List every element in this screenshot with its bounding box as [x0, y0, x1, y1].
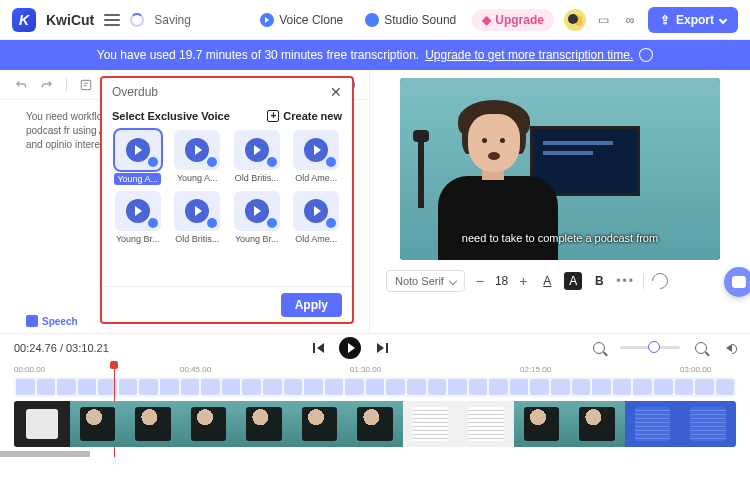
voice-name-label: Old Britis... — [175, 234, 219, 244]
ruler-tick: 00:00.00 — [14, 365, 45, 374]
speech-icon — [26, 315, 38, 327]
font-size-value: 18 — [495, 274, 508, 288]
video-clip[interactable] — [125, 401, 181, 447]
user-avatar[interactable] — [564, 9, 586, 31]
video-clip[interactable] — [625, 401, 681, 447]
current-time: 00:24.76 — [14, 342, 57, 354]
voice-option[interactable]: Old Ame... — [291, 191, 343, 244]
voice-option[interactable]: Old Britis... — [172, 191, 224, 244]
video-clip[interactable] — [514, 401, 570, 447]
voice-clone-button[interactable]: Voice Clone — [254, 9, 349, 31]
speech-tag-label: Speech — [42, 316, 78, 327]
export-icon: ⇪ — [660, 13, 670, 27]
font-size-increase[interactable]: + — [516, 273, 530, 289]
video-clip[interactable] — [14, 401, 70, 447]
voice-thumb — [234, 191, 280, 231]
script-view-icon[interactable] — [79, 78, 93, 92]
chat-help-icon[interactable] — [724, 267, 750, 297]
voice-option[interactable]: Old Ame... — [291, 130, 343, 185]
play-preview-icon — [304, 138, 328, 162]
banner-upgrade-link[interactable]: Upgrade to get more transcription time. — [425, 48, 633, 62]
video-caption: need to take to complete a podcast from — [400, 232, 720, 244]
play-button[interactable] — [339, 337, 361, 359]
saving-spinner-icon — [130, 13, 144, 27]
create-new-voice-button[interactable]: + Create new — [267, 110, 342, 122]
diamond-icon: ◆ — [482, 13, 491, 27]
play-preview-icon — [185, 199, 209, 223]
upgrade-button[interactable]: ◆ Upgrade — [472, 9, 554, 31]
chevron-down-icon — [449, 277, 457, 285]
more-text-options-icon[interactable]: ••• — [616, 274, 635, 288]
zoom-in-icon[interactable] — [694, 341, 708, 355]
video-clip[interactable] — [181, 401, 237, 447]
voice-option[interactable]: Young Br... — [231, 191, 283, 244]
play-preview-icon — [185, 138, 209, 162]
chevron-down-icon — [719, 15, 727, 23]
ruler-tick: 02:15.00 — [520, 365, 551, 374]
video-preview[interactable]: need to take to complete a podcast from — [400, 78, 720, 260]
video-clip[interactable] — [292, 401, 348, 447]
scrollbar[interactable] — [0, 451, 90, 457]
close-icon[interactable]: ✕ — [330, 84, 342, 100]
zoom-out-icon[interactable] — [592, 341, 606, 355]
play-preview-icon — [304, 199, 328, 223]
apply-label: Apply — [295, 298, 328, 312]
time-display: 00:24.76 / 03:10.21 — [14, 342, 109, 354]
export-label: Export — [676, 13, 714, 27]
text-highlight-icon[interactable]: A — [564, 272, 582, 290]
voice-name-label: Young Br... — [235, 234, 279, 244]
brand-name: KwiCut — [46, 12, 94, 28]
zoom-slider[interactable] — [620, 346, 680, 349]
font-family-select[interactable]: Noto Serif — [386, 270, 465, 292]
saving-status: Saving — [154, 13, 191, 27]
voice-option[interactable]: Young A... — [172, 130, 224, 185]
voice-thumb — [234, 130, 280, 170]
video-clip[interactable] — [458, 401, 514, 447]
video-clip[interactable] — [680, 401, 736, 447]
video-clip[interactable] — [403, 401, 459, 447]
volume-icon[interactable] — [722, 341, 736, 355]
shield-icon — [639, 48, 653, 62]
video-clip[interactable] — [347, 401, 403, 447]
font-family-value: Noto Serif — [395, 275, 444, 287]
voice-option[interactable]: Young Br... — [112, 191, 164, 244]
previous-button[interactable] — [311, 341, 325, 355]
video-clip[interactable] — [569, 401, 625, 447]
ruler-tick: 03:00.00 — [680, 365, 711, 374]
play-preview-icon — [245, 138, 269, 162]
feedback-icon[interactable]: ▭ — [596, 12, 612, 28]
video-clip[interactable] — [236, 401, 292, 447]
export-button[interactable]: ⇪ Export — [648, 7, 738, 33]
voice-thumb — [293, 130, 339, 170]
voice-name-label: Young Br... — [116, 234, 160, 244]
voice-name-label: Old Britis... — [235, 173, 279, 183]
video-thumbnail-track[interactable] — [14, 401, 736, 447]
voice-thumb — [115, 191, 161, 231]
audio-waveform-track[interactable] — [14, 377, 736, 397]
voice-thumb — [115, 130, 161, 170]
overdub-section-label: Select Exclusive Voice — [112, 110, 230, 122]
revert-icon[interactable] — [649, 270, 672, 293]
upgrade-banner: You have used 19.7 minutes of 30 minutes… — [0, 40, 750, 70]
voice-option[interactable]: Young A... — [112, 130, 164, 185]
voice-option[interactable]: Old Britis... — [231, 130, 283, 185]
create-new-label: Create new — [283, 110, 342, 122]
voice-clone-icon — [260, 13, 274, 27]
next-button[interactable] — [375, 341, 389, 355]
bold-icon[interactable]: B — [590, 272, 608, 290]
share-icon[interactable]: ∞ — [622, 12, 638, 28]
undo-icon[interactable] — [14, 78, 28, 92]
voice-thumb — [174, 191, 220, 231]
speech-tag[interactable]: Speech — [26, 315, 78, 327]
play-preview-icon — [245, 199, 269, 223]
studio-sound-button[interactable]: Studio Sound — [359, 9, 462, 31]
apply-button[interactable]: Apply — [281, 293, 342, 317]
voice-name-label: Old Ame... — [295, 234, 337, 244]
menu-icon[interactable] — [104, 14, 120, 26]
font-size-decrease[interactable]: − — [473, 273, 487, 289]
text-color-icon[interactable]: A — [538, 272, 556, 290]
overdub-title: Overdub — [112, 85, 158, 99]
voice-clone-label: Voice Clone — [279, 13, 343, 27]
redo-icon[interactable] — [40, 78, 54, 92]
video-clip[interactable] — [70, 401, 126, 447]
